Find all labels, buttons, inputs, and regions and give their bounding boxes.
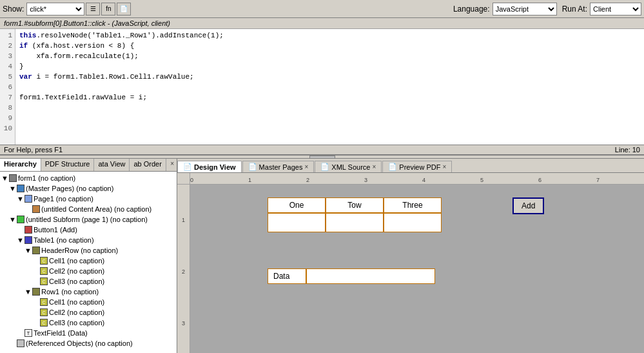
design-canvas[interactable]: One Tow Three Add Da (190, 185, 644, 353)
tree-item[interactable]: ▼Row1 (no caption) (1, 287, 175, 297)
status-line: Line: 10 (615, 146, 640, 154)
lang-dropdown[interactable]: JavaScript (493, 3, 557, 15)
master-pages-close[interactable]: × (304, 163, 308, 170)
add-button[interactable]: Add (512, 197, 544, 214)
tree-item[interactable]: ▼Table1 (no caption) (1, 235, 175, 245)
ruler-marks: 012345678 (190, 173, 644, 184)
design-panel: 📄 Design View 📄 Master Pages × 📄 XML Sou… (177, 159, 644, 353)
tree-item[interactable]: (Referenced Objects) (no caption) (1, 338, 175, 348)
ruler-mark: 2 (306, 177, 309, 183)
bottom-panel: Hierarchy PDF Structure ata View ab Orde… (0, 159, 644, 353)
table-header-cell-1: One (268, 197, 326, 213)
top-toolbar: Show: click* ☰ fn 📄 Language: JavaScript… (0, 0, 644, 18)
tree-item[interactable]: (untitled Content Area) (no caption) (1, 204, 175, 214)
tree-item[interactable]: CCell2 (no caption) (1, 307, 175, 318)
tree-item[interactable]: ▼HeaderRow (no caption) (1, 245, 175, 256)
ruler-mark: 3 (364, 177, 367, 183)
tree-item[interactable]: ▼(untitled Subform (page 1) (no caption) (1, 214, 175, 225)
toolbar-fn-btn[interactable]: fn (101, 3, 115, 15)
table-data-cell-3[interactable] (384, 213, 442, 232)
preview-pdf-close[interactable]: × (442, 163, 446, 170)
code-content: 12345678910 this.resolveNode('Table1._Ro… (0, 29, 644, 145)
ruler-left: 123 (177, 185, 190, 353)
table-data-row (268, 213, 442, 232)
xml-source-icon: 📄 (320, 163, 329, 171)
status-help: For Help, press F1 (4, 146, 63, 154)
data-row: Data (268, 268, 435, 284)
table-header-cell-2: Tow (326, 197, 384, 213)
ruler-mark: 4 (422, 177, 425, 183)
tab-master-pages[interactable]: 📄 Master Pages × (242, 161, 315, 172)
preview-pdf-icon: 📄 (388, 163, 397, 171)
toolbar-icon-btn[interactable]: 📄 (117, 3, 131, 15)
tab-pdf-structure[interactable]: PDF Structure (41, 159, 95, 171)
ruler-mark: 6 (538, 177, 542, 183)
tab-xml-source[interactable]: 📄 XML Source × (315, 161, 382, 172)
table-header-row: One Tow Three (268, 197, 442, 213)
ruler-top: 012345678 (177, 173, 644, 185)
show-label: Show: (3, 5, 24, 14)
tree-item[interactable]: CCell3 (no caption) (1, 318, 175, 328)
splitter-handle (309, 156, 335, 159)
ruler-mark: 5 (480, 177, 483, 183)
tree-item[interactable]: Button1 (Add) (1, 225, 175, 235)
design-area: 123 One Tow Three (177, 185, 644, 353)
table-header-cell-3: Three (384, 197, 442, 213)
tree-item[interactable]: CCell1 (no caption) (1, 297, 175, 307)
code-editor: form1.#subform[0].Button1::click - (Java… (0, 18, 644, 155)
tab-hierarchy[interactable]: Hierarchy (0, 159, 41, 171)
tree-item[interactable]: CCell2 (no caption) (1, 266, 175, 276)
tree-item[interactable]: ▼(Master Pages) (no caption) (1, 183, 175, 194)
tree-area[interactable]: ▼form1 (no caption)▼(Master Pages) (no c… (0, 172, 177, 353)
hierarchy-close-btn[interactable]: × (168, 159, 177, 171)
code-title: form1.#subform[0].Button1::click - (Java… (0, 18, 644, 29)
toolbar-list-btn[interactable]: ☰ (86, 3, 100, 15)
tab-order[interactable]: ab Order (130, 159, 166, 171)
ruler-left-mark: 2 (182, 268, 185, 275)
table-data-cell-1[interactable] (268, 213, 326, 232)
tab-preview-pdf[interactable]: 📄 Preview PDF × (382, 161, 452, 172)
design-tabs: 📄 Design View 📄 Master Pages × 📄 XML Sou… (177, 159, 644, 173)
hierarchy-panel: Hierarchy PDF Structure ata View ab Orde… (0, 159, 177, 353)
master-pages-icon: 📄 (248, 163, 257, 171)
show-dropdown[interactable]: click* (26, 3, 84, 15)
xml-source-close[interactable]: × (372, 163, 376, 170)
data-label: Data (268, 268, 306, 284)
lang-label: Language: (453, 5, 490, 14)
tree-item[interactable]: ▼form1 (no caption) (1, 173, 175, 183)
ruler-mark: 0 (190, 177, 193, 183)
tab-data-view[interactable]: ata View (94, 159, 130, 171)
run-dropdown[interactable]: Client (590, 3, 641, 15)
design-content: 012345678 123 One Tow Three (177, 173, 644, 353)
code-lines[interactable]: this.resolveNode('Table1._Row1').addInst… (15, 29, 644, 145)
tab-design-view[interactable]: 📄 Design View (177, 161, 242, 172)
table-widget: One Tow Three (268, 197, 442, 232)
ruler-mark: 7 (596, 177, 600, 183)
run-label: Run At: (562, 5, 587, 14)
ruler-left-mark: 1 (182, 217, 185, 223)
table-data-cell-2[interactable] (326, 213, 384, 232)
tree-item[interactable]: CCell3 (no caption) (1, 276, 175, 287)
ruler-mark: 1 (248, 177, 251, 183)
tree-item[interactable]: TTextField1 (Data) (1, 328, 175, 338)
status-bar: For Help, press F1 Line: 10 (0, 145, 644, 154)
data-input[interactable] (306, 268, 435, 284)
ruler-left-mark: 3 (182, 320, 185, 327)
panel-tabs: Hierarchy PDF Structure ata View ab Orde… (0, 159, 177, 172)
line-numbers: 12345678910 (0, 29, 15, 145)
tree-item[interactable]: CCell1 (no caption) (1, 256, 175, 266)
design-view-icon: 📄 (183, 163, 192, 171)
tree-item[interactable]: ▼Page1 (no caption) (1, 194, 175, 204)
